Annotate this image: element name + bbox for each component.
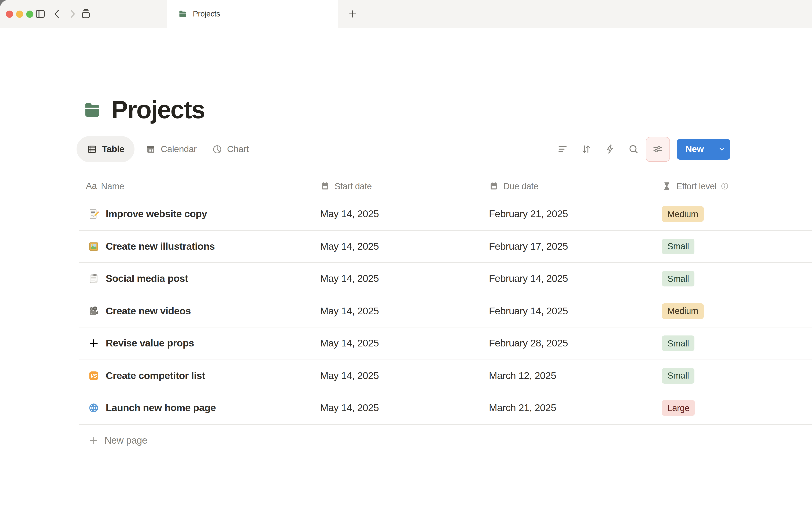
column-header-name[interactable]: Aa Name [79,174,313,198]
view-settings-button[interactable] [646,137,670,162]
row-due-date: February 21, 2025 [489,209,568,220]
new-button[interactable]: New [676,139,730,160]
row-due-date: February 14, 2025 [489,273,568,285]
forward-icon[interactable] [67,8,78,19]
name-cell[interactable]: Improve website copy [79,198,313,230]
automations-icon[interactable] [604,144,615,155]
window-tab-bar: Projects [0,0,812,28]
minimize-button[interactable] [16,11,23,18]
back-icon[interactable] [52,8,63,19]
info-icon[interactable] [720,182,729,190]
camera-emoji-icon [88,305,99,317]
sidebar-toggle-icon[interactable] [35,8,46,19]
view-tab-table[interactable]: Table [77,136,135,162]
name-cell[interactable]: Create new videos [79,295,313,327]
svg-text:VS: VS [91,373,97,379]
row-start-date: May 14, 2025 [320,209,379,220]
view-tab-calendar[interactable]: Calendar [141,144,201,155]
globe-emoji-icon [88,402,99,414]
close-button[interactable] [6,11,13,18]
sliders-icon [652,144,663,155]
text-property-icon: Aa [86,181,97,191]
view-tab-label: Calendar [161,144,197,155]
due-date-cell[interactable]: February 17, 2025 [482,230,651,262]
row-start-date: May 14, 2025 [320,338,379,349]
name-cell[interactable]: Social media post [79,263,313,295]
view-tab-label: Table [102,144,124,155]
chart-view-icon [212,144,222,155]
row-name: Improve website copy [106,209,207,220]
hourglass-icon [662,181,672,191]
start-date-cell[interactable]: May 14, 2025 [313,198,482,230]
row-name: Create competitor list [106,370,205,382]
table-row: Improve website copy May 14, 2025 Februa… [79,198,812,230]
start-date-cell[interactable]: May 14, 2025 [313,295,482,327]
row-due-date: February 17, 2025 [489,241,568,252]
start-date-cell[interactable]: May 14, 2025 [313,392,482,424]
table-view-icon [87,144,97,155]
chevron-down-icon [717,145,726,153]
page-folder-icon[interactable] [83,100,102,120]
due-date-cell[interactable]: February 14, 2025 [482,263,651,295]
vs-emoji-icon: VS [88,370,99,382]
column-header-due-date[interactable]: Due date [482,174,651,198]
column-label: Name [101,181,124,191]
name-cell[interactable]: Create new illustrations [79,230,313,262]
row-start-date: May 14, 2025 [320,241,379,252]
effort-badge: Small [662,271,695,287]
search-icon[interactable] [628,144,639,155]
effort-level-cell[interactable]: Small [651,327,812,359]
due-date-cell[interactable]: February 21, 2025 [482,198,651,230]
column-header-start-date[interactable]: Start date [313,174,482,198]
view-tab-label: Chart [227,144,249,155]
effort-badge: Small [662,239,695,255]
row-due-date: March 21, 2025 [489,402,556,414]
view-tab-chart[interactable]: Chart [208,144,253,155]
new-page-row[interactable]: New page [79,425,812,457]
folder-icon [178,9,187,18]
effort-badge: Small [662,336,695,351]
start-date-cell[interactable]: May 14, 2025 [313,327,482,359]
due-date-cell[interactable]: March 12, 2025 [482,360,651,392]
column-header-effort-level[interactable]: Effort level [651,174,812,198]
name-cell[interactable]: Revise value props [79,327,313,359]
row-start-date: May 14, 2025 [320,370,379,382]
column-label: Due date [503,181,539,191]
row-start-date: May 14, 2025 [320,273,379,285]
tab-stack-icon[interactable] [80,8,91,19]
effort-level-cell[interactable]: Medium [651,295,812,327]
row-name: Create new illustrations [106,241,215,252]
table-header-row: Aa Name Start date Due date Effort level [79,174,812,198]
effort-badge: Medium [662,303,704,319]
name-cell[interactable]: VS Create competitor list [79,360,313,392]
frame-emoji-icon [88,241,99,252]
effort-level-cell[interactable]: Large [651,392,812,424]
effort-level-cell[interactable]: Medium [651,198,812,230]
zoom-button[interactable] [26,11,34,18]
new-button-label: New [676,144,713,155]
effort-level-cell[interactable]: Small [651,263,812,295]
name-cell[interactable]: Launch new home page [79,392,313,424]
row-due-date: February 28, 2025 [489,338,568,349]
start-date-cell[interactable]: May 14, 2025 [313,230,482,262]
tab-projects[interactable]: Projects [167,0,338,28]
table-row: Create new illustrations May 14, 2025 Fe… [79,230,812,263]
start-date-cell[interactable]: May 14, 2025 [313,263,482,295]
page-title[interactable]: Projects [111,96,205,124]
new-dropdown-button[interactable] [713,145,730,153]
row-start-date: May 14, 2025 [320,402,379,414]
due-date-cell[interactable]: February 14, 2025 [482,295,651,327]
notion-window: Projects Projects Table Calendar Chart [0,0,812,507]
sort-icon[interactable] [580,144,592,155]
filter-icon[interactable] [557,144,568,155]
plus-icon [88,436,98,445]
due-date-cell[interactable]: February 28, 2025 [482,327,651,359]
start-date-cell[interactable]: May 14, 2025 [313,360,482,392]
effort-level-cell[interactable]: Small [651,230,812,262]
calendar-icon [489,181,499,191]
due-date-cell[interactable]: March 21, 2025 [482,392,651,424]
effort-badge: Large [662,400,695,416]
effort-level-cell[interactable]: Small [651,360,812,392]
new-tab-button[interactable] [348,9,358,19]
table-row: Revise value props May 14, 2025 February… [79,327,812,360]
